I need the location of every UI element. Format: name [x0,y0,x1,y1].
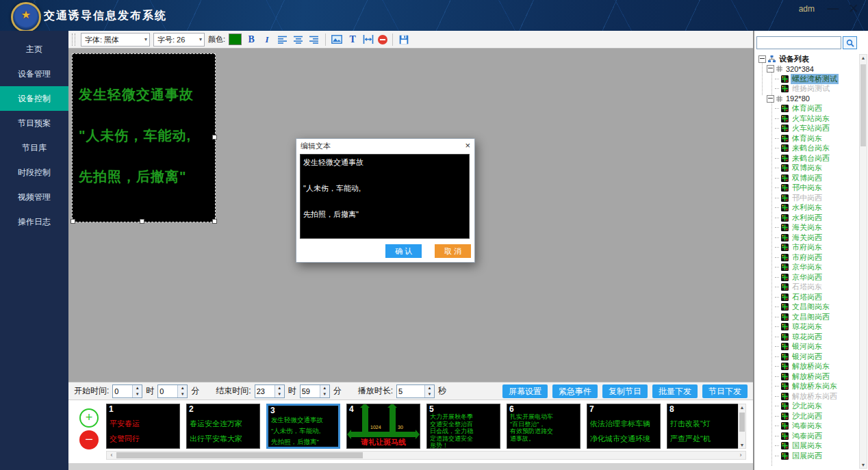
device-item[interactable]: 解放桥岗东 [791,361,831,371]
horizontal-scroll-thumb[interactable] [116,452,363,458]
horizontal-scrollbar[interactable]: ‹ › [106,451,746,460]
color-swatch[interactable] [229,34,242,45]
confirm-button[interactable]: 确 认 [385,244,422,258]
sidebar-item-6[interactable]: 时段控制 [0,160,68,185]
vertical-scroll-thumb[interactable] [739,413,745,432]
device-group-label[interactable]: 320*384 [784,65,815,73]
font-size-select[interactable]: 字号: 26 [153,33,205,47]
program-thumbnail-5[interactable]: 5大力开展秋冬季交通安全整治百日会战，全力稳定道路交通安全形势！ [426,404,500,449]
device-item[interactable]: 维扬岗测试 [791,83,831,94]
save-icon[interactable] [398,34,410,46]
scroll-up-icon[interactable]: ▲ [739,405,745,410]
program-thumbnail-3[interactable]: 3发生轻微交通事故"人未伤，车能动,先拍照，后撤离" [266,404,340,449]
close-icon[interactable]: ✕ [846,1,861,16]
sidebar-item-8[interactable]: 操作日志 [0,209,68,234]
device-item[interactable]: 文昌阁岗东 [791,302,831,312]
device-item[interactable]: 沙北岗东 [791,401,824,411]
copy-program-button[interactable]: 复制节目 [602,384,648,398]
tree-scroll-thumb[interactable] [860,64,866,146]
align-right-icon[interactable] [308,34,320,46]
program-thumbnail-1[interactable]: 1平安春运交警同行 [106,404,180,449]
cancel-button[interactable]: 取 消 [435,244,471,258]
device-item[interactable]: 螺丝湾桥测试 [791,74,839,84]
tree-scroll-up-icon[interactable]: ▲ [860,55,867,60]
device-item[interactable]: 文昌阁岗西 [791,312,831,322]
tree-scroll-down-icon[interactable]: ▼ [860,462,867,467]
device-item[interactable]: 水利岗东 [791,203,824,213]
device-item[interactable]: 石塔岗东 [791,282,824,292]
start-hour-down-icon[interactable]: ▼ [133,391,142,397]
device-item[interactable]: 市府岗西 [791,252,824,263]
end-min-down-icon[interactable]: ▼ [320,391,329,397]
minimize-icon[interactable]: — [826,1,841,16]
search-input[interactable] [756,36,841,49]
tree-scrollbar[interactable]: ▲ ▼ [859,54,867,469]
sidebar-item-1[interactable]: 主页 [0,37,68,62]
add-program-icon[interactable]: + [79,408,99,428]
batch-send-button[interactable]: 批量下发 [652,384,698,398]
device-item[interactable]: 海关岗东 [791,222,824,233]
align-left-icon[interactable] [277,34,289,46]
font-family-select[interactable]: 字体: 黑体 [81,33,150,47]
device-item[interactable]: 琼花岗西 [791,332,824,342]
start-hour-up-icon[interactable]: ▲ [133,385,142,391]
device-item[interactable]: 石塔岗西 [791,292,824,302]
delete-item-icon[interactable] [378,35,387,44]
collapse-icon-group[interactable] [767,95,774,103]
device-item[interactable]: 体育岗东 [791,133,824,144]
device-item[interactable]: 火车站岗东 [791,114,831,124]
device-item[interactable]: 双博岗西 [791,173,824,183]
insert-image-icon[interactable] [331,34,343,46]
search-button[interactable] [843,36,857,49]
start-min-input[interactable] [158,385,177,397]
device-group-label[interactable]: 192*80 [784,94,811,103]
device-item[interactable]: 京华岗西 [791,272,824,283]
italic-button[interactable]: I [261,34,273,46]
end-min-up-icon[interactable]: ▲ [320,385,329,391]
dialog-close-icon[interactable]: × [465,140,470,151]
device-item[interactable]: 鸿泰岗东 [791,421,824,431]
device-item[interactable]: 火车站岗西 [791,123,831,133]
device-item[interactable]: 海关岗西 [791,233,824,243]
device-item[interactable]: 解放桥东岗西 [791,391,839,402]
align-center-icon[interactable] [292,34,305,46]
start-min-down-icon[interactable]: ▼ [178,391,187,397]
sidebar-item-4[interactable]: 节目预案 [0,111,68,135]
insert-text-icon[interactable]: T [346,34,359,46]
duration-stepper[interactable]: ▲▼ [396,384,435,398]
device-item[interactable]: 来鹤台岗东 [791,143,831,153]
vertical-scrollbar[interactable]: ▲ ▼ [738,404,746,449]
scroll-left-icon[interactable]: ‹ [107,452,116,459]
device-item[interactable]: 银河岗东 [791,341,824,352]
program-thumbnail-6[interactable]: 6扎实开展电动车"百日整治"，有效预防道路交通事故。 [507,404,580,449]
start-min-stepper[interactable]: ▲▼ [157,384,188,398]
sidebar-item-3[interactable]: 设备控制 [0,86,68,111]
duration-input[interactable] [397,385,424,397]
edit-text-area[interactable] [300,154,470,239]
collapse-icon-group[interactable] [767,65,774,73]
program-thumbnail-4[interactable]: 4102430请礼让斑马线 [346,404,420,449]
screen-settings-button[interactable]: 屏幕设置 [502,384,548,398]
end-hour-stepper[interactable]: ▲▼ [255,384,285,398]
program-thumbnail-7[interactable]: 7依法治理非标车辆净化城市交通环境 [587,404,661,449]
sidebar-item-7[interactable]: 视频管理 [0,185,68,209]
device-item[interactable]: 双博岗东 [791,163,824,173]
start-hour-stepper[interactable]: ▲▼ [112,384,142,398]
device-item[interactable]: 京华岗东 [791,262,824,272]
device-item[interactable]: 邗中岗西 [791,193,824,203]
resize-handle-bottom-right[interactable] [212,219,217,224]
emergency-event-button[interactable]: 紧急事件 [552,384,598,398]
program-thumbnail-2[interactable]: 2春运安全连万家出行平安靠大家 [186,404,260,449]
program-thumbnail-8[interactable]: 8打击改装"灯严查严处"机 [667,404,741,449]
led-preview[interactable]: 发生轻微交通事故"人未伤，车能动,先拍照，后撤离" [72,53,216,222]
device-item[interactable]: 鸿泰岗西 [791,431,824,441]
resize-handle-bottom-center[interactable] [140,219,144,224]
device-item[interactable]: 邗中岗东 [791,183,824,193]
resize-handle-bottom-left[interactable] [71,219,75,224]
device-item[interactable]: 来鹤台岗西 [791,153,831,164]
remove-program-icon[interactable]: − [79,430,99,449]
end-hour-up-icon[interactable]: ▲ [275,385,284,391]
device-item[interactable]: 市府岗东 [791,242,824,252]
sidebar-item-2[interactable]: 设备管理 [0,62,68,86]
outer-scroll-track[interactable] [68,463,753,470]
